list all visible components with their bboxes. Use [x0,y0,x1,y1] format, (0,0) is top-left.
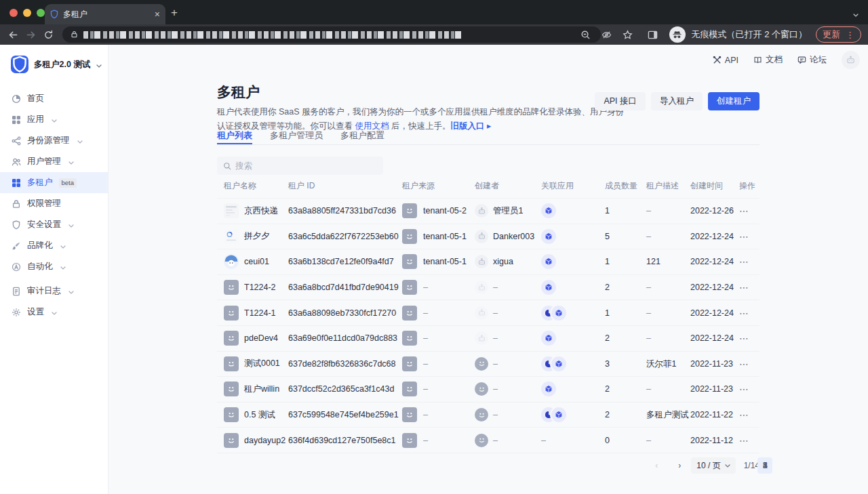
tab-search-chevron-icon[interactable] [853,7,859,20]
table-row[interactable]: 租户willin637dccf52c2d365ca3f1c43d––2–2022… [217,377,760,403]
bookmark-star-icon[interactable] [619,30,637,40]
workspace-switcher[interactable]: 多租户2.0 测试 [0,45,108,83]
row-actions-button[interactable]: ⋯ [739,282,749,293]
row-actions-button[interactable]: ⋯ [739,333,749,344]
sidebar-menu: 首页应用身份源管理用户管理多租户beta权限管理安全设置品牌化自动化审计日志设置 [0,88,108,323]
sidebar-item-gear[interactable]: 设置 [0,302,108,323]
tab-close-icon[interactable]: × [155,9,160,19]
linked-apps-cell [541,331,556,346]
sidebar-item-lock[interactable]: 权限管理 [0,193,108,214]
api-endpoint-button[interactable]: API 接口 [595,92,646,110]
source-icon [402,229,417,244]
table-row[interactable]: T1224-263a6a8bcd7d41fbd7de90419––2–2022-… [217,275,760,301]
zoom-out-icon[interactable] [577,30,595,40]
tenant-name-cell[interactable]: 租户willin [224,382,279,396]
column-header-1: 租户 ID [288,180,315,192]
sidebar-item-users[interactable]: 用户管理 [0,151,108,172]
sidebar-item-brush[interactable]: 品牌化 [0,235,108,256]
tenant-name-cell[interactable]: ceui01 [224,254,269,269]
row-actions-button[interactable]: ⋯ [739,384,749,394]
tenant-name: ceui01 [244,257,269,266]
sidebar-item-label: 身份源管理 [27,135,70,146]
page-size-select[interactable]: 10 / 页 [691,457,735,474]
tenant-name-cell[interactable]: 拼夕夕 [224,229,270,244]
table-row[interactable]: 京西快递63a8a8805ff247331bd7cd36tenant-05-2管… [217,199,760,224]
side-panel-icon[interactable] [644,30,662,40]
browser-menu-icon[interactable]: ⋮ [846,30,854,40]
minimize-window-button[interactable] [23,9,31,17]
table-row[interactable]: 0.5 测试637c599548e745ef4be259e1––2多租户测试20… [217,403,760,428]
new-tab-button[interactable]: + [171,6,178,20]
column-header-4: 关联应用 [541,180,574,192]
linked-app-icon [541,331,556,346]
table-row[interactable]: daydayup2636f4d639cd127e750f5e8c1–––0–20… [217,428,760,453]
tenant-name-cell[interactable]: 测试0001 [224,356,280,371]
password-eye-off-icon[interactable] [598,30,616,40]
row-actions-button[interactable]: ⋯ [739,231,749,242]
tenant-name-cell[interactable]: daydayup2 [224,433,285,448]
tenant-name-cell[interactable]: 京西快递 [224,203,278,218]
next-page-button[interactable]: › [672,457,687,474]
row-actions-button[interactable]: ⋯ [739,358,749,369]
tenant-desc-cell: – [646,283,651,292]
search-input[interactable] [235,161,377,171]
creator-cell: – [475,306,498,320]
maximize-window-button[interactable] [37,9,45,17]
sidebar: 多租户2.0 测试 首页应用身份源管理用户管理多租户beta权限管理安全设置品牌… [0,45,108,494]
import-tenant-button[interactable]: 导入租户 [651,92,703,110]
search-box[interactable] [217,157,383,175]
browser-tab[interactable]: 多租户 × [45,4,165,24]
row-actions-button[interactable]: ⋯ [739,435,749,446]
row-actions-button[interactable]: ⋯ [739,409,749,420]
sidebar-item-tiles[interactable]: 多租户beta [0,172,108,193]
sidebar-item-pie[interactable]: 首页 [0,88,108,109]
linked-app-icon [541,382,556,396]
forward-button[interactable] [22,30,39,40]
created-time-cell: 2022-11-23 1 [690,384,735,394]
url-bar[interactable] [62,26,601,43]
topnav-forum[interactable]: 论坛 [797,54,827,66]
window-controls[interactable] [9,9,45,17]
table-row[interactable]: pdeDev463a69e0f0e11dcd0a79dc883––2–2022-… [217,326,760,352]
topnav-forum-label: 论坛 [810,54,827,66]
linked-apps-cell [541,203,556,218]
tenant-name-cell[interactable]: T1224-2 [224,280,276,295]
tenant-id-cell: 636f4d639cd127e750f5e8c1 [288,436,395,445]
row-actions-button[interactable]: ⋯ [739,308,749,318]
close-window-button[interactable] [9,9,18,17]
tenant-id-cell: 63a8a8805ff247331bd7cd36 [288,206,396,215]
create-tenant-button[interactable]: 创建租户 [708,92,760,110]
table-row[interactable]: T1224-163a6a88098eb7330fcf17270––1–2022-… [217,300,760,326]
tenant-name-cell[interactable]: T1224-1 [224,306,276,321]
sidebar-item-doc[interactable]: 审计日志 [0,281,108,302]
prev-page-button[interactable]: ‹ [649,457,664,474]
sidebar-item-share[interactable]: 身份源管理 [0,130,108,151]
source-icon [402,306,417,321]
tenant-id-cell: 63a6c5dda622f7672253eb60 [288,232,399,241]
page-button-5[interactable]: 5 [757,457,772,474]
column-header-5: 成员数量 [605,180,637,192]
linked-app-icon [551,356,566,371]
tenant-name-cell[interactable]: 0.5 测试 [224,407,275,422]
tenant-name: 拼夕夕 [244,230,270,242]
table-row[interactable]: ceui0163a6b138cd7e12fe0f9a4fd7tenant-05-… [217,249,760,275]
row-actions-button[interactable]: ⋯ [739,205,749,216]
sidebar-item-label: 设置 [27,306,44,318]
back-button[interactable] [4,30,22,40]
tab-favicon-shield-icon [50,9,58,19]
tab-1[interactable]: 多租户管理员 [270,129,323,144]
update-button[interactable]: 更新 ⋮ [816,26,861,43]
column-header-2: 租户来源 [402,180,435,192]
table-row[interactable]: 拼夕夕63a6c5dda622f7672253eb60tenant-05-1Da… [217,224,760,250]
tab-0[interactable]: 租户列表 [217,129,252,144]
row-actions-button[interactable]: ⋯ [739,256,749,267]
table-row[interactable]: 测试0001637de82f8fb6326836c7dc68––3沃尔菲1202… [217,352,760,377]
sidebar-item-grid[interactable]: 应用 [0,109,108,130]
sidebar-item-shield[interactable]: 安全设置 [0,214,108,235]
tab-2[interactable]: 多租户配置 [340,129,384,144]
sidebar-item-auto[interactable]: 自动化 [0,256,108,277]
reload-button[interactable] [39,30,57,40]
user-avatar[interactable] [842,51,860,69]
tenant-name-cell[interactable]: pdeDev4 [224,331,278,346]
linked-apps-cell: – [541,436,546,445]
